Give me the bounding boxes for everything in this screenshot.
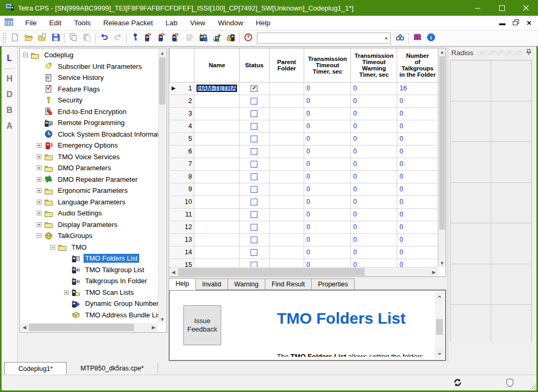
row-header[interactable]: 14 bbox=[170, 246, 194, 259]
tree-item-talkgroups[interactable]: −TalkGroups bbox=[21, 230, 158, 242]
cell-talkgroup-count[interactable]: 0 bbox=[397, 120, 438, 132]
cell-tx-timeout-timer[interactable]: 0 bbox=[304, 132, 351, 145]
tree-item-end-to-end-encryption[interactable]: End-to-End Encryption bbox=[21, 106, 158, 118]
menu-file[interactable]: File bbox=[19, 19, 43, 27]
grid-vertical-scrollbar[interactable]: ▲ ▼ bbox=[438, 48, 446, 267]
tree-hscroll-thumb[interactable] bbox=[29, 324, 134, 331]
radio-slot[interactable] bbox=[451, 183, 491, 223]
cell-tx-timeout-warning-timer[interactable]: 0 bbox=[351, 221, 397, 233]
cell-name[interactable] bbox=[194, 221, 240, 233]
cell-tx-timeout-timer[interactable]: 0 bbox=[304, 208, 351, 221]
status-checkbox[interactable] bbox=[251, 199, 257, 205]
tree-item-tmo[interactable]: −TMO bbox=[21, 242, 158, 253]
cell-tx-timeout-warning-timer[interactable]: 0 bbox=[351, 132, 397, 145]
cell-tx-timeout-warning-timer[interactable]: 0 bbox=[351, 195, 397, 208]
write-external-radio-button[interactable]: WE bbox=[169, 32, 183, 45]
mdi-restore-icon[interactable] bbox=[513, 19, 519, 27]
save-file-button[interactable] bbox=[49, 32, 63, 45]
tree-item-security[interactable]: Security bbox=[21, 95, 158, 106]
cell-tx-timeout-warning-timer[interactable]: 0 bbox=[351, 95, 397, 107]
status-checkbox[interactable] bbox=[251, 110, 257, 117]
column-header-row-selector[interactable] bbox=[170, 48, 194, 82]
menu-lab[interactable]: Lab bbox=[159, 19, 184, 27]
row-header[interactable]: 12 bbox=[170, 221, 194, 233]
cell-talkgroup-count[interactable]: 0 bbox=[397, 158, 438, 170]
close-button[interactable] bbox=[514, 0, 538, 16]
status-checkbox[interactable] bbox=[251, 161, 257, 168]
cell-name[interactable] bbox=[194, 183, 240, 195]
tree-item-ergonomic-parameters[interactable]: +Ergonomic Parameters bbox=[21, 185, 158, 197]
read-radio-button[interactable]: R bbox=[142, 32, 156, 45]
resize-grip[interactable] bbox=[530, 383, 536, 389]
status-checkbox[interactable] bbox=[251, 85, 257, 92]
tree-item-tmo-voice-services[interactable]: +TMO Voice Services bbox=[21, 151, 158, 163]
status-checkbox[interactable] bbox=[251, 249, 257, 256]
status-checkbox[interactable] bbox=[251, 123, 257, 130]
tree-item-subscriber-unit-parameters[interactable]: Subscriber Unit Parameters bbox=[21, 61, 158, 73]
cell-parent-folder[interactable] bbox=[269, 246, 304, 259]
cell-tx-timeout-timer[interactable]: 0 bbox=[304, 95, 351, 107]
radios-panel-grip[interactable] bbox=[477, 50, 523, 55]
row-header[interactable]: 6 bbox=[170, 145, 194, 158]
expand-icon[interactable]: + bbox=[37, 154, 42, 159]
cell-talkgroup-count[interactable]: 16 bbox=[397, 82, 438, 95]
row-header[interactable]: 9 bbox=[170, 183, 194, 195]
cell-tx-timeout-timer[interactable]: 0 bbox=[304, 195, 351, 208]
status-checkbox[interactable] bbox=[251, 148, 257, 155]
maximize-button[interactable] bbox=[490, 0, 514, 16]
key-button[interactable] bbox=[128, 32, 142, 45]
grid-vscroll-thumb[interactable] bbox=[439, 56, 445, 230]
cell-tx-timeout-warning-timer[interactable]: 0 bbox=[351, 170, 397, 183]
cell-talkgroup-count[interactable]: 0 bbox=[397, 246, 438, 259]
row-header[interactable]: 8 bbox=[170, 170, 194, 183]
collapse-icon[interactable]: − bbox=[37, 233, 42, 238]
radio-slot[interactable] bbox=[451, 223, 491, 264]
radio-slot[interactable] bbox=[491, 264, 531, 305]
tree-vertical-scrollbar[interactable]: ▲ ▼ bbox=[158, 49, 166, 323]
upgrade-radio-button[interactable]: UP bbox=[210, 32, 224, 45]
collapse-icon[interactable]: − bbox=[23, 53, 28, 57]
cell-parent-folder[interactable] bbox=[269, 183, 304, 195]
tree-item-clock-system-broadcast-information[interactable]: Clock System Broadcast Information bbox=[21, 129, 158, 140]
radio-slot[interactable] bbox=[451, 60, 491, 101]
tab-invalid[interactable]: Invalid bbox=[195, 278, 228, 290]
cell-tx-timeout-timer[interactable]: 0 bbox=[304, 233, 351, 246]
cell-name[interactable] bbox=[194, 170, 240, 183]
row-header[interactable]: 13 bbox=[170, 233, 194, 246]
cell-tx-timeout-timer[interactable]: 0 bbox=[304, 221, 351, 233]
cell-name[interactable] bbox=[194, 246, 240, 259]
document-tab-mtp850-dk5ras-cpe-[interactable]: MTP850_dk5ras.cpe* bbox=[67, 363, 158, 374]
expand-icon[interactable]: + bbox=[37, 166, 42, 170]
cell-talkgroup-count[interactable]: 0 bbox=[397, 132, 438, 145]
dock-tab-l[interactable]: L bbox=[2, 50, 17, 66]
scroll-down-icon[interactable]: ⌄ bbox=[435, 346, 444, 358]
stop-button[interactable] bbox=[241, 32, 255, 45]
row-header[interactable]: ▶1 bbox=[170, 82, 194, 95]
cell-tx-timeout-warning-timer[interactable]: 0 bbox=[351, 145, 397, 158]
help-book-button[interactable] bbox=[410, 32, 424, 45]
tree-item-codeplug[interactable]: −Codeplug bbox=[21, 49, 158, 61]
column-header-transmission[interactable]: Transmission Timeout Warning Timer, sec bbox=[351, 48, 397, 82]
mdi-minimize-icon[interactable]: ▬ bbox=[499, 19, 505, 27]
expand-icon[interactable]: + bbox=[64, 290, 69, 295]
row-header[interactable]: 5 bbox=[170, 132, 194, 145]
cell-parent-folder[interactable] bbox=[269, 208, 304, 221]
cell-parent-folder[interactable] bbox=[269, 158, 304, 170]
cell-parent-folder[interactable] bbox=[269, 95, 304, 107]
dock-tab-h[interactable]: H bbox=[2, 71, 17, 87]
tab-properties[interactable]: Properties bbox=[311, 278, 355, 290]
cell-talkgroup-count[interactable]: 0 bbox=[397, 170, 438, 183]
minimize-button[interactable] bbox=[465, 0, 490, 16]
row-header[interactable]: 7 bbox=[170, 158, 194, 170]
tree-horizontal-scrollbar[interactable]: ◀ ▶ bbox=[20, 323, 158, 332]
expand-icon[interactable]: + bbox=[37, 200, 42, 204]
cell-parent-folder[interactable] bbox=[269, 120, 304, 132]
menu-help[interactable]: Help bbox=[250, 19, 277, 27]
tree-item-service-history[interactable]: [i]Service History bbox=[21, 72, 158, 84]
column-header-name[interactable]: Name bbox=[194, 48, 240, 82]
cell-parent-folder[interactable] bbox=[269, 195, 304, 208]
cell-parent-folder[interactable] bbox=[269, 107, 304, 120]
cell-tx-timeout-timer[interactable]: 0 bbox=[304, 158, 351, 170]
cell-parent-folder[interactable] bbox=[269, 221, 304, 233]
combo-dropdown-icon[interactable]: ▾ bbox=[382, 36, 390, 41]
